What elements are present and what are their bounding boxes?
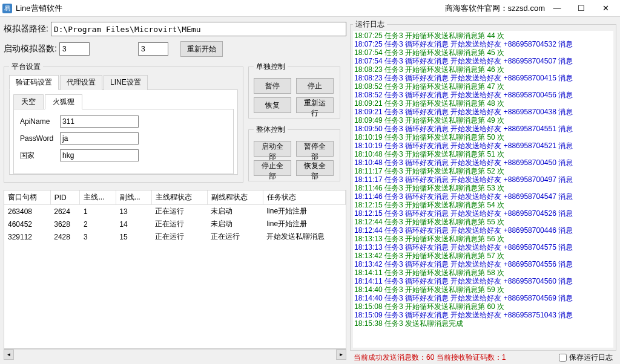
table-header[interactable]: 主线... bbox=[80, 190, 116, 205]
scroll-left-arrow[interactable]: ◄ bbox=[4, 349, 14, 360]
stop-button[interactable]: 停止 bbox=[296, 78, 334, 94]
emulator-count-input-2[interactable] bbox=[138, 42, 168, 56]
platform-settings-group: 平台设置 验证码设置 代理设置 LINE设置 天空 火狐狸 ApiName bbox=[4, 62, 243, 183]
close-button[interactable]: ✕ bbox=[593, 0, 618, 17]
table-cell: 3 bbox=[80, 230, 116, 243]
table-cell: 329112 bbox=[4, 230, 50, 243]
table-cell: 13 bbox=[116, 205, 151, 218]
subtab-huohuli[interactable]: 火狐狸 bbox=[45, 94, 82, 109]
table-header[interactable]: 主线程状态 bbox=[151, 190, 207, 205]
table-cell: 正在运行 bbox=[207, 230, 263, 243]
run-log-group: 运行日志 18:07:25 任务3 开始循环发送私聊消息第 44 次18:07:… bbox=[350, 19, 616, 351]
tab-line[interactable]: LINE设置 bbox=[104, 75, 148, 90]
table-cell: line开始注册 bbox=[263, 218, 345, 230]
apiname-input[interactable] bbox=[60, 115, 139, 128]
website-label: 商海客软件官网：szzsd.com bbox=[445, 3, 545, 14]
overall-control-group: 整体控制 启动全部 暂停全部 停止全部 恢复全部 bbox=[248, 125, 340, 181]
path-label: 模拟器路径: bbox=[4, 24, 48, 34]
save-log-label: 保存运行日志 bbox=[569, 353, 613, 363]
table-cell: 开始发送私聊消息 bbox=[263, 230, 345, 243]
log-line: 18:12:15 任务3 开始循环发送私聊消息第 54 次 bbox=[354, 201, 612, 209]
stop-all-button[interactable]: 停止全部 bbox=[254, 160, 291, 176]
password-input[interactable] bbox=[60, 132, 139, 145]
emulator-count-input-1[interactable] bbox=[59, 42, 90, 56]
table-cell: 460452 bbox=[4, 218, 50, 230]
overall-control-legend: 整体控制 bbox=[254, 125, 288, 135]
table-header[interactable]: PID bbox=[50, 190, 80, 205]
emulator-path-input[interactable] bbox=[51, 22, 346, 36]
process-table[interactable]: 窗口句柄PID主线...副线...主线程状态副线程状态任务状态 26340826… bbox=[4, 190, 346, 349]
table-header[interactable]: 副线... bbox=[116, 190, 151, 205]
table-header[interactable]: 窗口句柄 bbox=[4, 190, 50, 205]
log-line: 18:14:11 任务3 循环好友消息 开始发送给好友 +88695870456… bbox=[354, 277, 612, 285]
log-line: 18:07:54 任务3 循环好友消息 开始发送给好友 +88695870450… bbox=[354, 57, 612, 65]
password-label: PassWord bbox=[20, 134, 60, 143]
log-line: 18:14:40 任务3 循环好友消息 开始发送给好友 +88695870456… bbox=[354, 294, 612, 302]
log-line: 18:15:09 任务3 循环好友消息 开始发送给好友 +88695875104… bbox=[354, 311, 612, 319]
log-line: 18:14:11 任务3 开始循环发送私聊消息第 58 次 bbox=[354, 268, 612, 277]
log-line: 18:13:13 任务3 循环好友消息 开始发送给好友 +88695870457… bbox=[354, 243, 612, 252]
rerun-button[interactable]: 重新运行 bbox=[296, 97, 334, 113]
table-cell: 未启动 bbox=[207, 218, 263, 230]
log-line: 18:15:08 任务3 开始循环发送私聊消息第 60 次 bbox=[354, 302, 612, 311]
log-line: 18:09:49 任务3 开始循环发送私聊消息第 49 次 bbox=[354, 116, 612, 125]
table-header[interactable]: 任务状态 bbox=[263, 190, 345, 205]
country-input[interactable] bbox=[60, 149, 139, 161]
apiname-label: ApiName bbox=[20, 117, 60, 126]
horizontal-scrollbar[interactable]: ◄ ► bbox=[4, 349, 346, 359]
table-cell: 263408 bbox=[4, 205, 50, 218]
tab-captcha[interactable]: 验证码设置 bbox=[9, 75, 59, 90]
log-line: 18:08:52 任务3 循环好友消息 开始发送给好友 +88695870045… bbox=[354, 91, 612, 99]
subtab-tiankong[interactable]: 天空 bbox=[13, 94, 44, 109]
log-line: 18:14:40 任务3 开始循环发送私聊消息第 59 次 bbox=[354, 285, 612, 294]
maximize-button[interactable]: ☐ bbox=[569, 0, 593, 17]
titlebar: 易 Line营销软件 商海客软件官网：szzsd.com — ☐ ✕ bbox=[0, 0, 620, 17]
table-cell: 3628 bbox=[50, 218, 80, 230]
table-cell: line开始注册 bbox=[263, 205, 345, 218]
log-line: 18:09:50 任务3 循环好友消息 开始发送给好友 +88695870455… bbox=[354, 125, 612, 133]
log-line: 18:11:46 任务3 开始循环发送私聊消息第 53 次 bbox=[354, 184, 612, 192]
scroll-right-arrow[interactable]: ► bbox=[336, 349, 346, 360]
single-control-legend: 单独控制 bbox=[254, 62, 288, 72]
log-line: 18:09:21 任务3 循环好友消息 开始发送给好友 +88695870043… bbox=[354, 108, 612, 116]
minimize-button[interactable]: — bbox=[545, 0, 569, 17]
start-all-button[interactable]: 启动全部 bbox=[254, 141, 291, 157]
resume-all-button[interactable]: 恢复全部 bbox=[296, 160, 334, 176]
app-icon: 易 bbox=[2, 4, 12, 13]
table-cell: 2 bbox=[80, 218, 116, 230]
pause-all-button[interactable]: 暂停全部 bbox=[296, 141, 334, 157]
table-cell: 1 bbox=[80, 205, 116, 218]
table-row[interactable]: 4604523628214正在运行未启动line开始注册 bbox=[4, 218, 346, 230]
table-row[interactable]: 3291122428315正在运行正在运行开始发送私聊消息 bbox=[4, 230, 346, 243]
log-line: 18:11:46 任务3 循环好友消息 开始发送给好友 +88695870454… bbox=[354, 192, 612, 201]
log-line: 18:09:21 任务3 开始循环发送私聊消息第 48 次 bbox=[354, 99, 612, 108]
log-line: 18:13:42 任务3 循环好友消息 开始发送给好友 +88695870455… bbox=[354, 260, 612, 268]
table-cell: 2428 bbox=[50, 230, 80, 243]
table-row[interactable]: 2634082624113正在运行未启动line开始注册 bbox=[4, 205, 346, 218]
log-line: 18:13:13 任务3 开始循环发送私聊消息第 56 次 bbox=[354, 235, 612, 243]
save-log-checkbox[interactable] bbox=[559, 354, 567, 362]
table-cell: 正在运行 bbox=[151, 218, 207, 230]
log-line: 18:07:54 任务3 开始循环发送私聊消息第 45 次 bbox=[354, 48, 612, 57]
resume-button[interactable]: 恢复 bbox=[254, 97, 291, 113]
log-line: 18:10:48 任务3 循环好友消息 开始发送给好友 +88695870045… bbox=[354, 158, 612, 167]
run-log-legend: 运行日志 bbox=[353, 19, 387, 30]
restart-button[interactable]: 重新开始 bbox=[180, 41, 223, 57]
pause-button[interactable]: 暂停 bbox=[254, 78, 291, 94]
log-line: 18:08:23 任务3 循环好友消息 开始发送给好友 +88695870041… bbox=[354, 74, 612, 82]
log-line: 18:13:42 任务3 开始循环发送私聊消息第 57 次 bbox=[354, 252, 612, 260]
log-line: 18:11:17 任务3 开始循环发送私聊消息第 52 次 bbox=[354, 167, 612, 175]
table-cell: 2624 bbox=[50, 205, 80, 218]
platform-settings-legend: 平台设置 bbox=[9, 62, 43, 72]
single-control-group: 单独控制 暂停 停止 恢复 重新运行 bbox=[248, 62, 340, 119]
country-label: 国家 bbox=[20, 151, 60, 161]
log-output[interactable]: 18:07:25 任务3 开始循环发送私聊消息第 44 次18:07:25 任务… bbox=[353, 31, 613, 348]
log-line: 18:07:25 任务3 循环好友消息 开始发送给好友 +88695870453… bbox=[354, 40, 612, 48]
table-header[interactable]: 副线程状态 bbox=[207, 190, 263, 205]
save-log-checkbox-wrap[interactable]: 保存运行日志 bbox=[559, 353, 613, 363]
window-title: Line营销软件 bbox=[16, 3, 62, 14]
tab-proxy[interactable]: 代理设置 bbox=[60, 75, 102, 90]
status-bar: 当前成功发送消息数：60 当前接收验证码数：1 保存运行日志 bbox=[350, 351, 616, 364]
log-line: 18:12:44 任务3 循环好友消息 开始发送给好友 +88695870044… bbox=[354, 226, 612, 235]
log-line: 18:08:52 任务3 开始循环发送私聊消息第 47 次 bbox=[354, 82, 612, 91]
